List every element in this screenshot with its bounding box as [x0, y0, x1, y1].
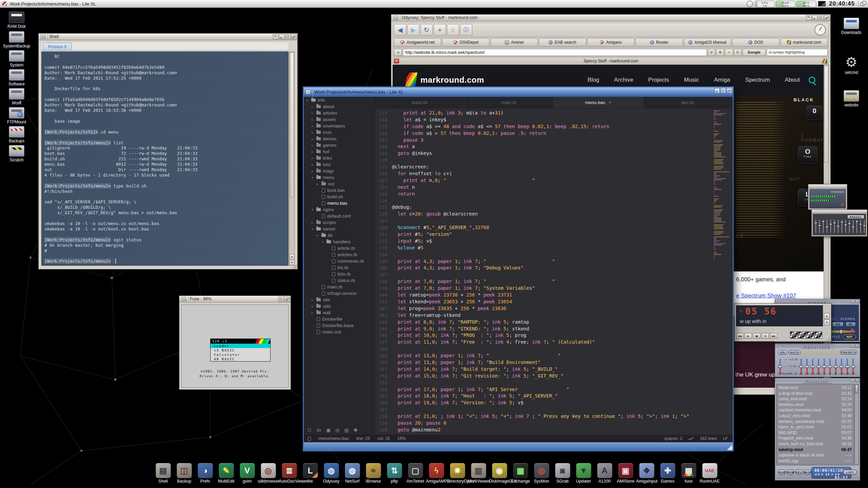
- browser-titlebar[interactable]: Odyssey: Speccy Stuff - markround.com: [391, 15, 830, 21]
- bookmark-markround-com[interactable]: markround.com: [781, 38, 828, 46]
- search-engine-icon[interactable]: C: [734, 49, 742, 56]
- close-button[interactable]: [306, 90, 311, 94]
- playlist-row[interactable]: world1.ogg--:--: [778, 458, 854, 464]
- url-field[interactable]: http://website.lb.micro.mark.eek/spectru…: [403, 49, 707, 56]
- tree-item-scripts[interactable]: ▸scripts: [304, 219, 375, 226]
- mixer-slider[interactable]: [849, 220, 850, 233]
- tree-item-server[interactable]: ▾server: [304, 226, 375, 232]
- mixer-slider[interactable]: [838, 220, 839, 233]
- mixer-slider[interactable]: [834, 220, 835, 233]
- next-button[interactable]: ▶▶: [770, 333, 777, 339]
- tree-item-games[interactable]: ▸games: [304, 142, 375, 148]
- bookmark-eab-search[interactable]: EAB search: [539, 38, 586, 46]
- playlist-titlebar[interactable]: PLAYLIST ∧ ✕: [775, 378, 860, 383]
- tree-item-tnfs[interactable]: ▾tnfs: [304, 97, 375, 103]
- tab-title[interactable]: Speccy Stuff - markround.com: [393, 58, 829, 65]
- close-button[interactable]: [393, 16, 398, 20]
- iconify-button[interactable]: [279, 34, 284, 39]
- tree-item-about[interactable]: ▸about: [304, 103, 375, 110]
- editor-tab-menu-bas[interactable]: menu.bas✕: [554, 97, 644, 108]
- site-nav-about[interactable]: About: [785, 77, 800, 83]
- mixer-slider[interactable]: [856, 220, 857, 233]
- desktop-icon-ram-disk[interactable]: RAM Disk: [2, 12, 31, 29]
- mixer-window[interactable]: PRESET: [811, 209, 867, 237]
- desktop-icon-software[interactable]: Software: [2, 69, 31, 86]
- mixer-slider[interactable]: [842, 220, 842, 233]
- resize-grip[interactable]: [292, 263, 297, 269]
- dock-item-gvim[interactable]: Vgvim: [237, 463, 258, 484]
- go-button[interactable]: ⇲: [394, 49, 402, 56]
- dock-item-sgrab[interactable]: ◙SGrab: [552, 463, 573, 484]
- dock-item-ibrowse[interactable]: IBIBrowse: [363, 463, 384, 484]
- tree-item-list-rb[interactable]: list.rb: [304, 264, 375, 271]
- zoom-button[interactable]: [278, 297, 284, 302]
- scroll-up-icon[interactable]: ▲: [824, 313, 830, 319]
- resize-grip[interactable]: [825, 336, 831, 341]
- tree-item-menu[interactable]: ▾menu: [304, 174, 375, 181]
- site-nav-projects[interactable]: Projects: [648, 77, 669, 83]
- url-dropdown-button[interactable]: V: [708, 49, 715, 56]
- tree-item-out[interactable]: ▸out: [304, 181, 375, 187]
- close-button[interactable]: ✕: [855, 344, 859, 348]
- bookmark-star-icon[interactable]: ★: [725, 49, 733, 56]
- dock-item-amistore[interactable]: ▣AMIStore: [615, 463, 636, 484]
- eq-auto-button[interactable]: AUTO: [788, 350, 801, 354]
- playlist-row[interactable]: MIG.MOD05:07: [778, 430, 854, 436]
- desktop-icon-website[interactable]: website: [837, 90, 866, 107]
- dock-item-runinuae[interactable]: UAERunInUAE: [699, 463, 720, 484]
- desktop-icon-ftpmount[interactable]: FTPMount: [2, 107, 31, 124]
- eq-on-button[interactable]: ON: [778, 350, 787, 354]
- tree-item-mags[interactable]: ▸mags: [304, 168, 375, 174]
- dock-item-a1200[interactable]: AA1200: [594, 463, 615, 484]
- dock-item-exchange[interactable]: ▦Exchange: [510, 463, 531, 484]
- prev-button[interactable]: ◀◀: [736, 333, 744, 339]
- shell-titlebar[interactable]: Shell: [39, 34, 297, 40]
- screen-titlebar[interactable]: Work:Projects/tnfs/menu/menu.bas - Lite …: [0, 0, 868, 8]
- desktop-icon-systembackup[interactable]: SystemBackup: [2, 31, 31, 48]
- playlist-window[interactable]: PLAYLIST ∧ ✕ 6beat.mod03:12a drop of blu…: [775, 378, 860, 481]
- close-tab-icon[interactable]: ✕: [609, 100, 612, 105]
- scroll-down-icon[interactable]: ▼: [824, 320, 830, 325]
- tree-item-handlers[interactable]: ▾handlers: [304, 239, 375, 245]
- repeat-button[interactable]: REP: [843, 334, 856, 339]
- dock-item-backup[interactable]: ◫Backup: [174, 463, 195, 484]
- mixer-slider[interactable]: [830, 220, 831, 233]
- tree-item-utils[interactable]: ▸utils: [304, 303, 375, 309]
- site-nav-spectrum[interactable]: Spectrum: [745, 77, 770, 83]
- shell-tab-process3[interactable]: Process 3: [43, 43, 72, 50]
- tree-item-lib[interactable]: ▾lib: [304, 232, 375, 239]
- status-spaces[interactable]: spaces: 2: [664, 436, 683, 441]
- shell-window[interactable]: Shell Process 3 RC commit 04e871fcc5f6a5…: [38, 33, 298, 269]
- editor-titlebar[interactable]: Work:Projects/tnfs/menu/menu.bas - Lite …: [304, 87, 733, 97]
- spectrum-menu-item[interactable]: +3 BASIC: [211, 348, 270, 352]
- reload-button[interactable]: ↻: [420, 24, 433, 36]
- dock-item-amigainput[interactable]: ❖AmigaInput: [636, 463, 657, 484]
- add-bookmark-icon[interactable]: ✚: [716, 49, 724, 56]
- save-icon[interactable]: ▣: [326, 427, 331, 433]
- open-folder-icon[interactable]: 🗁: [317, 427, 321, 433]
- mixer-slider[interactable]: [823, 220, 824, 233]
- spectrum-menu-item[interactable]: Loader: [211, 344, 270, 348]
- shade-button[interactable]: ∧: [851, 300, 854, 303]
- fuse-titlebar[interactable]: Fuse - 99%: [179, 296, 291, 303]
- code-area[interactable]: 113 print at 21,0; ink 3; m$(a to a+31)1…: [375, 108, 712, 435]
- bookmark-dos[interactable]: DOS: [732, 38, 779, 46]
- bookmark-router[interactable]: Router: [635, 38, 683, 46]
- dock-item-directoryopus[interactable]: ✸DirectoryOpus: [447, 463, 468, 484]
- playlist-scrollbar[interactable]: [854, 384, 859, 465]
- playlist-row[interactable]: coma_end.mod02:14: [778, 396, 854, 402]
- playlist-items[interactable]: 6beat.mod03:12a drop of blue.mod01:42com…: [776, 384, 854, 465]
- tree-item-article-rb[interactable]: article.rb: [304, 245, 375, 251]
- tree-item-notes-md[interactable]: notes.md: [304, 329, 375, 335]
- playlist-row[interactable]: reach_tech-no_limit.mod04:10: [778, 441, 854, 447]
- search-field[interactable]: xl syntax highlighting: [767, 49, 828, 56]
- dock-item-diskimagegui[interactable]: ◉DiskImageGUI: [489, 463, 510, 484]
- close-button[interactable]: [181, 297, 186, 301]
- bookmark-amigaworld-net[interactable]: Amigaworld.net: [394, 38, 441, 46]
- playlist-row[interactable]: 6beat.mod03:12: [778, 385, 854, 391]
- dock-item-sdkbrowser[interactable]: ◎sdkbrowser: [258, 463, 279, 484]
- mini-player-window[interactable]: ▶ 05 56 w up with in ▲ ▼ ◀◀▶▮▮■▶▶: [734, 303, 831, 342]
- playlist-row[interactable]: hymn_to_yezz.mod01:01: [778, 424, 854, 430]
- playlist-sel-button[interactable]: SEL: [795, 470, 803, 475]
- dock-item-updater[interactable]: ▼Updater: [573, 463, 594, 484]
